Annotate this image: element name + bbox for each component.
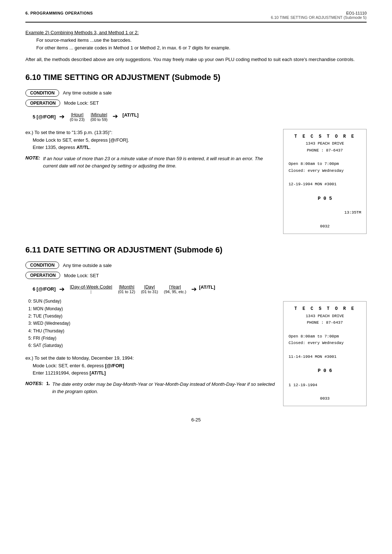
receipt-num-610: 0032 xyxy=(289,223,361,230)
ex-line1-611: Mode Lock: SET, enter 6, depress [@/FOR] xyxy=(33,362,276,370)
receipt-time-610: 13:35TM xyxy=(289,209,361,216)
condition-row-611: CONDITION Any time outside a sale xyxy=(25,262,367,269)
dow-2: 2: TUE (Tuesday) xyxy=(28,312,276,320)
receipt-store-name-611: T E C S T O R E xyxy=(289,305,361,312)
main-content-610: ex.) To set the time to "1:35 p.m. (13:3… xyxy=(25,125,283,173)
note-block-610: NOTE: If an hour value of more than 23 o… xyxy=(25,155,276,169)
ex-line2-611: Enter 112191994, depress [AT/TL] xyxy=(33,369,276,377)
operation-badge-610: OPERATION xyxy=(25,100,60,107)
receipt-num-611: 0033 xyxy=(289,395,361,402)
header-right: EO1-11110 6.10 TIME SETTING OR ADJUSTMEN… xyxy=(271,11,367,20)
dow-0: 0: SUN (Sunday) xyxy=(28,298,276,305)
intro-section: Example 2) Combining Methods 3, and Meth… xyxy=(25,29,367,64)
receipt-address-611: 1343 PEACH DRIVE xyxy=(289,313,361,320)
ex-line2-610: Enter 1335, depress AT/TL. xyxy=(33,144,276,151)
flow-year-sub: (94, 95, etc.) xyxy=(164,290,186,294)
operation-text-610: Mode Lock: SET xyxy=(64,100,99,106)
section-611-title: 6.11 DATE SETTING OR ADJUSTMENT (Submode… xyxy=(25,245,367,255)
flow-arrow2-610: ➔ xyxy=(113,112,118,120)
receipt-closed-610: Closed: every Wednesday xyxy=(289,167,361,174)
flow-month-sub: (01 to 12) xyxy=(118,290,135,294)
dow-list: 0: SUN (Sunday) 1: MON (Monday) 2: TUE (… xyxy=(28,298,276,349)
flow-hour-sub: (0 to 23) xyxy=(70,117,85,122)
dow-5: 5: FRI (Friday) xyxy=(28,335,276,342)
receipt-date-611: 11-14-1994 MON #3001 xyxy=(289,353,361,360)
note-text-610: If an hour value of more than 23 or a mi… xyxy=(43,155,276,169)
condition-text-610: Any time outside a sale xyxy=(63,90,111,96)
dow-3: 3: WED (Wednesday) xyxy=(28,320,276,327)
receipt-closed-611: Closed: every Wednesday xyxy=(289,340,361,347)
operation-text-611: Mode Lock: SET xyxy=(64,273,99,278)
section-610: 6.10 TIME SETTING OR ADJUSTMENT (Submode… xyxy=(25,72,367,234)
dow-4: 4: THU (Thursday) xyxy=(28,327,276,335)
flow-arrow2-611: ➔ xyxy=(191,285,197,293)
ex-block-610: ex.) To set the time to "1:35 p.m. (13:3… xyxy=(25,129,276,151)
receipt-po-610: P 0 5 xyxy=(289,195,361,203)
intro-line1: For source-marked items ...use the barco… xyxy=(36,37,367,44)
header-doc-number: EO1-11110 xyxy=(346,11,367,15)
flow-dow-label: |Day-of-Week Code| xyxy=(70,284,112,290)
flow-day-sub: (01 to 31) xyxy=(141,290,158,294)
flow-month-label: |Month| xyxy=(119,284,134,290)
flow-year-label: |Year| xyxy=(169,284,181,290)
main-content-611: 0: SUN (Sunday) 1: MON (Monday) 2: TUE (… xyxy=(25,298,283,399)
operation-badge-611: OPERATION xyxy=(25,272,60,279)
condition-row-610: CONDITION Any time outside a sale xyxy=(25,89,367,97)
receipt-phone-611: PHONE : 87-6437 xyxy=(289,319,361,326)
intro-para: After all, the methods described above a… xyxy=(25,56,367,64)
ex-title-610: ex.) To set the time to "1:35 p.m. (13:3… xyxy=(25,129,276,137)
condition-badge-611: CONDITION xyxy=(25,262,59,269)
notes-text-611: The date entry order may be Day-Month-Ye… xyxy=(52,381,276,395)
receipt-611: T E C S T O R E 1343 PEACH DRIVE PHONE :… xyxy=(283,301,367,406)
flow-entry-611: 6 [@/FOR] xyxy=(33,286,56,292)
flow-minute-sub: (00 to 59) xyxy=(90,117,107,122)
notes-num-611: 1. xyxy=(46,381,50,386)
flow-arrow1-610: ➔ xyxy=(59,113,65,121)
ex-line1-610: Mode Lock to SET, enter 5, depress [@/FO… xyxy=(33,137,276,144)
page-number: 6-25 xyxy=(25,417,367,422)
receipt-date-610: 12-19-1994 MON #3001 xyxy=(289,181,361,188)
notes-block-611: NOTES: 1. The date entry order may be Da… xyxy=(25,381,276,395)
header-section-label: 6. PROGRAMMING OPERATIONS xyxy=(25,11,93,15)
receipt-store-name-610: T E C S T O R E xyxy=(289,133,361,140)
notes-label-611: NOTES: xyxy=(25,381,43,386)
flow-diagram-611: 6 [@/FOR] ➔ |Day-of-Week Code| | |Month|… xyxy=(33,284,367,294)
flow-dow-indicator: | xyxy=(90,290,91,294)
flow-end-611: [AT/TL] xyxy=(199,284,215,290)
condition-text-611: Any time outside a sale xyxy=(63,263,111,268)
receipt-po-611: P 0 6 xyxy=(289,367,361,375)
flow-day-label: |Day| xyxy=(144,284,155,290)
page: 6. PROGRAMMING OPERATIONS EO1-11110 6.10… xyxy=(0,0,392,554)
flow-minute-label: |Minute| xyxy=(91,112,107,117)
ex-block-611: ex.) To set the date to Monday, December… xyxy=(25,355,276,377)
header-section-sub: 6.10 TIME SETTING OR ADJUSTMENT (Submode… xyxy=(271,15,367,20)
flow-arrow1-611: ➔ xyxy=(59,285,65,293)
receipt-address-610: 1343 PEACH DRIVE xyxy=(289,140,361,147)
receipt-entry-611: 1 12-19-1994 xyxy=(289,382,361,389)
flow-diagram-610: 5 [@/FOR] ➔ |Hour| (0 to 23) |Minute| (0… xyxy=(33,112,367,122)
section-610-title: 6.10 TIME SETTING OR ADJUSTMENT (Submode… xyxy=(25,72,367,83)
condition-badge-610: CONDITION xyxy=(25,89,59,97)
flow-hour-label: |Hour| xyxy=(71,112,83,117)
receipt-hours-610: Open 8:00am to 7:00pm xyxy=(289,161,361,167)
example-title: Example 2) Combining Methods 3, and Meth… xyxy=(25,29,367,37)
section-611: 6.11 DATE SETTING OR ADJUSTMENT (Submode… xyxy=(25,245,367,406)
note-label-610: NOTE: xyxy=(25,155,40,161)
ex-title-611: ex.) To set the date to Monday, December… xyxy=(25,355,276,362)
dow-1: 1: MON (Monday) xyxy=(28,305,276,312)
page-header: 6. PROGRAMMING OPERATIONS EO1-11110 6.10… xyxy=(25,11,367,23)
intro-line2: For other items ... generate codes in Me… xyxy=(36,44,367,52)
dow-6: 6: SAT (Saturday) xyxy=(28,342,276,349)
operation-row-610: OPERATION Mode Lock: SET xyxy=(25,100,367,107)
receipt-610: T E C S T O R E 1343 PEACH DRIVE PHONE :… xyxy=(283,129,367,234)
content-row-610: ex.) To set the time to "1:35 p.m. (13:3… xyxy=(25,125,367,234)
flow-end-610: [AT/TL] xyxy=(122,112,139,118)
receipt-phone-610: PHONE : 87-6437 xyxy=(289,147,361,154)
operation-row-611: OPERATION Mode Lock: SET xyxy=(25,272,367,279)
flow-entry-610: 5 [@/FOR] xyxy=(33,114,56,120)
receipt-hours-611: Open 8:00am to 7:00pm xyxy=(289,333,361,340)
content-row-611: 0: SUN (Sunday) 1: MON (Monday) 2: TUE (… xyxy=(25,298,367,406)
